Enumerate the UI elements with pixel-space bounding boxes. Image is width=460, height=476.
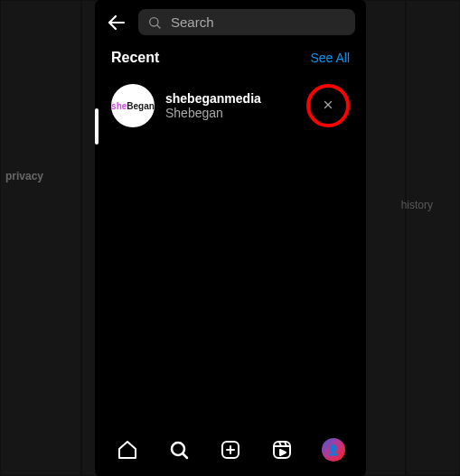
home-icon	[117, 439, 138, 461]
fullname-label: Shebegan	[165, 106, 296, 120]
recent-search-item[interactable]: sheBegan shebeganmedia Shebegan	[95, 77, 366, 135]
close-icon	[323, 99, 333, 110]
search-input[interactable]	[171, 14, 346, 30]
avatar: sheBegan	[111, 84, 155, 127]
search-icon	[147, 15, 162, 30]
nav-profile[interactable]: 👤	[322, 438, 345, 462]
search-panel: Recent See All sheBegan shebeganmedia Sh…	[95, 0, 366, 476]
username-label: shebeganmedia	[165, 91, 296, 106]
nav-search[interactable]	[167, 438, 191, 462]
search-header	[95, 0, 366, 44]
svg-line-2	[157, 25, 160, 28]
svg-line-6	[183, 454, 188, 459]
bg-text-privacy: privacy	[5, 170, 43, 182]
svg-marker-14	[280, 450, 286, 455]
nav-reels[interactable]	[270, 438, 294, 462]
nav-create[interactable]	[219, 438, 242, 462]
reels-icon	[271, 439, 293, 461]
nav-home[interactable]	[116, 438, 139, 462]
back-arrow-icon	[106, 12, 127, 33]
bg-text-history: history	[401, 199, 433, 211]
create-icon	[220, 439, 241, 461]
back-button[interactable]	[106, 12, 127, 33]
item-text: shebeganmedia Shebegan	[165, 91, 296, 120]
avatar-text: sheBegan	[111, 101, 155, 111]
remove-wrap	[306, 84, 350, 127]
bottom-nav: 👤	[95, 429, 366, 476]
scroll-indicator	[95, 108, 99, 145]
search-box[interactable]	[138, 9, 355, 35]
recent-title: Recent	[111, 50, 159, 66]
recent-header: Recent See All	[95, 44, 366, 77]
search-nav-icon	[168, 439, 190, 461]
remove-recent-button[interactable]	[317, 94, 339, 118]
profile-icon: 👤	[327, 444, 340, 456]
see-all-link[interactable]: See All	[310, 51, 350, 65]
